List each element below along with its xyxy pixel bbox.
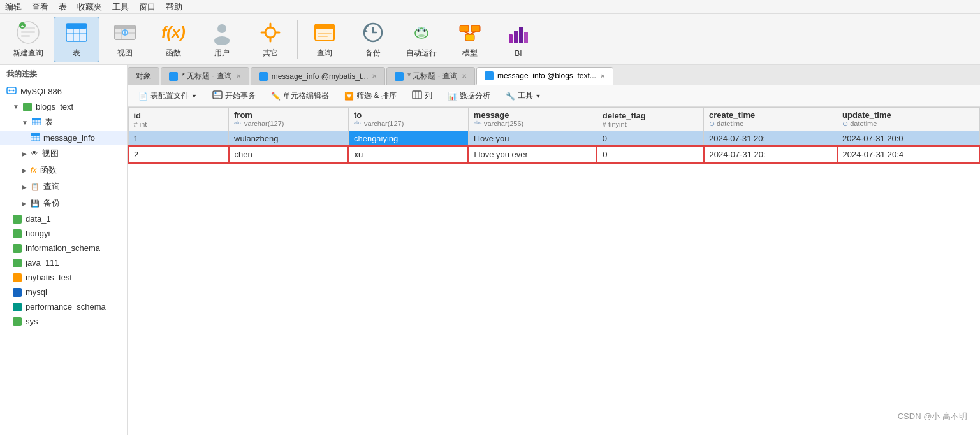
user-label: 用户 [214, 48, 230, 59]
bi-button[interactable]: BI [495, 17, 541, 62]
table-icon [64, 20, 89, 45]
menu-favorites[interactable]: 收藏夹 [77, 1, 102, 13]
expand-arrow-view: ▶ [22, 150, 27, 157]
col-header-update-time[interactable]: update_time ⊙ datetime [837, 108, 979, 131]
cell-from-2[interactable]: chen [229, 146, 349, 162]
db-icon-info-schema [13, 244, 22, 253]
col-header-create-time[interactable]: create_time ⊙ datetime [704, 108, 837, 131]
svg-text:+: + [21, 24, 24, 29]
sidebar-item-table-group[interactable]: ▼ 表 [0, 114, 127, 131]
col-header-id[interactable]: id # int [128, 108, 229, 131]
table-row[interactable]: 2 chen xu I love you ever 0 2024-07-31 2… [128, 146, 979, 162]
tab-query2[interactable]: * 无标题 - 查询 ✕ [386, 67, 475, 85]
cell-create-time-2[interactable]: 2024-07-31 20: [704, 146, 837, 162]
sidebar-item-message-info[interactable]: message_info [0, 131, 127, 145]
cell-message-2[interactable]: I love you ever [468, 146, 597, 162]
svg-rect-3 [21, 35, 30, 37]
menu-window[interactable]: 窗口 [139, 1, 156, 13]
tab-query1-close[interactable]: ✕ [236, 73, 241, 80]
sidebar-item-information-schema[interactable]: information_schema [0, 241, 127, 255]
columns-button[interactable]: 列 [406, 88, 438, 104]
data-analysis-button[interactable]: 📊 数据分析 [442, 88, 496, 104]
other-button[interactable]: 其它 [247, 17, 293, 62]
col-message-type: ᵃᵇᶜ varchar(256) [474, 120, 592, 128]
menu-table[interactable]: 表 [59, 1, 67, 13]
query-icon-sidebar: 📋 [31, 183, 40, 191]
tab-message2-close[interactable]: ✕ [600, 73, 605, 80]
col-message-name: message [474, 110, 509, 120]
cell-update-time-1[interactable]: 2024-07-31 20:0 [837, 131, 979, 147]
sidebar-item-hongyi[interactable]: hongyi [0, 226, 127, 241]
filter-sort-button[interactable]: 🔽 筛选 & 排序 [339, 88, 402, 104]
tab-message2[interactable]: message_info @blogs_text... ✕ [476, 67, 613, 85]
sidebar-item-backup-group[interactable]: ▶ 💾 备份 [0, 195, 127, 211]
info-schema-label: information_schema [26, 243, 100, 253]
cell-id-1[interactable]: 1 [128, 131, 229, 147]
svg-rect-52 [32, 118, 41, 120]
cell-to-1[interactable]: chengaiying [348, 131, 468, 147]
sidebar-item-mysql[interactable]: mysql [0, 285, 127, 299]
cell-create-time-1[interactable]: 2024-07-31 20: [704, 131, 837, 147]
config-file-button[interactable]: 📄 表配置文件 ▼ [133, 88, 203, 104]
menu-view[interactable]: 查看 [32, 1, 48, 13]
sidebar-item-java111[interactable]: java_111 [0, 255, 127, 270]
tab-query2-icon [395, 72, 404, 81]
tools-button[interactable]: 🔧 工具 ▼ [500, 88, 547, 104]
data-analysis-icon: 📊 [448, 92, 457, 101]
col-update-time-type: ⊙ datetime [842, 120, 974, 128]
sidebar-item-mysql886[interactable]: MySQL886 [0, 83, 127, 99]
cell-update-time-2[interactable]: 2024-07-31 20:4 [837, 146, 979, 162]
backup-button[interactable]: 备份 [350, 17, 396, 62]
model-button[interactable]: 模型 [447, 17, 493, 62]
cell-delete-flag-2[interactable]: 0 [597, 146, 703, 162]
tab-query1[interactable]: * 无标题 - 查询 ✕ [161, 67, 249, 85]
tab-object[interactable]: 对象 [128, 67, 159, 85]
expand-arrow-func: ▶ [22, 167, 27, 174]
col-header-delete-flag[interactable]: delete_flag # tinyint [597, 108, 703, 131]
table-row[interactable]: 1 wulanzheng chengaiying I love you 0 20… [128, 131, 979, 147]
svg-point-62 [214, 92, 216, 94]
view-icon [112, 20, 138, 45]
sidebar-item-data1[interactable]: data_1 [0, 211, 127, 226]
col-header-message[interactable]: message ᵃᵇᶜ varchar(256) [468, 108, 597, 131]
tab-message1[interactable]: message_info @mybatis_t... ✕ [251, 67, 386, 85]
cell-id-2[interactable]: 2 [128, 146, 229, 162]
table-button[interactable]: 表 [54, 17, 99, 62]
new-query-button[interactable]: + 新建查询 [5, 17, 51, 62]
menu-bar: 编辑 查看 表 收藏夹 工具 窗口 帮助 [0, 0, 980, 14]
db-icon-perf [13, 303, 22, 311]
col-header-from[interactable]: from ᵃᵇᶜ varchar(127) [229, 108, 349, 131]
cell-delete-flag-1[interactable]: 0 [597, 131, 703, 147]
sidebar-item-view-group[interactable]: ▶ 👁 视图 [0, 145, 127, 162]
tab-message1-close[interactable]: ✕ [372, 73, 377, 80]
user-button[interactable]: 用户 [199, 17, 245, 62]
mybatis-label: mybatis_test [26, 273, 72, 282]
view-button[interactable]: 视图 [102, 17, 148, 62]
cell-editor-button[interactable]: ✏️ 单元格编辑器 [265, 88, 335, 104]
function-button[interactable]: f(x) 函数 [150, 17, 196, 62]
cell-message-1[interactable]: I love you [468, 131, 597, 147]
table-group-label: 表 [45, 117, 53, 128]
cell-to-2[interactable]: xu [348, 146, 468, 162]
sidebar-item-mybatis-test[interactable]: mybatis_test [0, 270, 127, 285]
sidebar-item-func-group[interactable]: ▶ fx 函数 [0, 162, 127, 178]
sidebar-item-sys[interactable]: sys [0, 314, 127, 329]
tab-query1-label: * 无标题 - 查询 [182, 71, 232, 82]
main-layout: 我的连接 MySQL886 ▼ blogs_text ▼ [0, 65, 980, 435]
sidebar-item-blogs-text[interactable]: ▼ blogs_text [0, 99, 127, 114]
tools-arrow: ▼ [536, 93, 541, 99]
menu-tools[interactable]: 工具 [112, 1, 129, 13]
begin-transaction-button[interactable]: 开始事务 [207, 88, 261, 104]
blogs-text-label: blogs_text [36, 102, 73, 111]
query-button[interactable]: 查询 [302, 17, 347, 62]
cell-from-1[interactable]: wulanzheng [229, 131, 349, 147]
autorun-button[interactable]: 自动运行 [399, 17, 444, 62]
menu-help[interactable]: 帮助 [166, 1, 182, 13]
col-header-to[interactable]: to ᵃᵇᶜ varchar(127) [348, 108, 468, 131]
menu-edit[interactable]: 编辑 [5, 1, 22, 13]
table-container: id # int from ᵃᵇᶜ varchar(127) [128, 107, 980, 435]
backup-icon-sidebar: 💾 [31, 199, 40, 208]
sidebar-item-query-group[interactable]: ▶ 📋 查询 [0, 178, 127, 195]
sidebar-item-perf-schema[interactable]: performance_schema [0, 299, 127, 314]
tab-query2-close[interactable]: ✕ [462, 73, 467, 80]
